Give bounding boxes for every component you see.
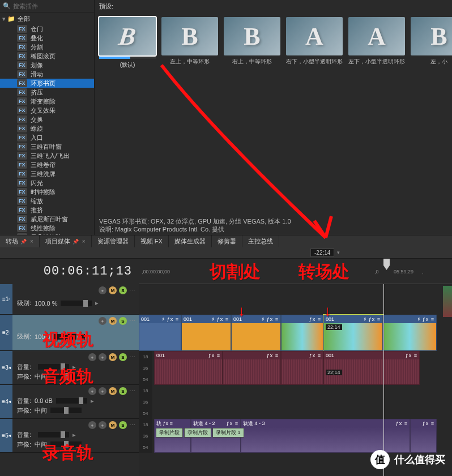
preset-item[interactable]: A右下，小型半透明环形 [286, 17, 343, 76]
track-header[interactable]: ≡5◂●●MS⋯音量:▸声像:中间 [0, 419, 139, 453]
audio-clip[interactable]: ƒx ≡ [281, 351, 323, 385]
tree-item[interactable]: FX环形书页 [0, 79, 94, 88]
video-clip[interactable]: 001♯ ƒx ≡ [181, 315, 231, 351]
tree-item[interactable]: FX分割 [0, 42, 94, 52]
chevron-icon[interactable]: ▸ [88, 333, 92, 340]
time-ruler[interactable]: ,00:00:00;00,005:59;29, [139, 259, 452, 284]
clip-fx-icon[interactable]: ♯ ƒx ≡ [162, 316, 179, 322]
panel-tab[interactable]: 媒体生成器 [169, 235, 212, 247]
clip-fx-icon[interactable]: ♯ ƒx ≡ [417, 316, 434, 322]
marker-time[interactable]: -22;14 [310, 248, 334, 257]
tree-item[interactable]: FX三维卷帘 [0, 160, 94, 169]
close-icon[interactable]: × [30, 238, 33, 245]
audio-clip[interactable]: 001ƒx ≡ [154, 351, 223, 385]
level-slider[interactable] [61, 301, 92, 306]
tree-item[interactable]: FX挤压 [0, 88, 94, 97]
tree-item[interactable]: FX三维洗牌 [0, 169, 94, 178]
tree-item[interactable]: FX交叉效果 [0, 106, 94, 115]
panel-tab[interactable]: 项目媒体📌× [40, 235, 92, 247]
video-clip[interactable]: ♯ ƒx ≡ [383, 315, 437, 351]
panel-tab[interactable]: 修剪器 [212, 235, 242, 247]
clip-fx-icon[interactable]: ♯ ƒx ≡ [364, 316, 381, 322]
search-input[interactable] [13, 3, 91, 10]
tree-root-item[interactable]: ▾ 📁 全部 [0, 14, 94, 24]
pan-slider[interactable] [50, 441, 82, 447]
clip-fx-icon[interactable]: ♯ ƒx ≡ [212, 316, 229, 322]
chevron-icon[interactable]: ▸ [91, 397, 94, 405]
clip-fx-icon[interactable]: ƒx ≡ [309, 353, 321, 358]
panel-tab[interactable]: 主控总线 [242, 235, 279, 247]
panel-tab[interactable]: 转场📌× [0, 235, 40, 247]
track-number-tab[interactable]: ≡2▫ [0, 315, 12, 350]
track-ctrl-icon[interactable]: ● [99, 387, 106, 395]
preset-item[interactable]: B(默认) [99, 17, 156, 76]
track-number-tab[interactable]: ≡3◂ [0, 351, 12, 384]
chevron-icon[interactable]: ▸ [73, 363, 76, 371]
track-number-tab[interactable]: ≡5◂ [0, 419, 12, 452]
track-content[interactable]: 001♯ ƒx ≡001♯ ƒx ≡001♯ ƒx ≡ƒx ≡001♯ ƒx ≡… [139, 284, 452, 476]
tree-item[interactable]: FX闪光 [0, 178, 94, 187]
clip-fx-icon[interactable]: ƒx ≡ [396, 421, 408, 426]
track-ctrl-icon[interactable]: ● [99, 353, 106, 361]
panel-tab[interactable]: 视频 FX [135, 235, 169, 247]
clip-fx-icon[interactable]: ƒx ≡ [406, 353, 417, 358]
chevron-icon[interactable]: ▸ [73, 431, 76, 439]
track-ctrl-icon[interactable]: ● [88, 421, 96, 429]
pan-slider[interactable] [50, 408, 82, 413]
tree-item[interactable]: FX三维飞入/飞出 [0, 151, 94, 160]
playhead[interactable] [383, 259, 390, 270]
rec-chip[interactable]: 录制片段 1 [212, 428, 244, 438]
audio-clip[interactable]: ƒx ≡ [410, 419, 437, 453]
video-clip[interactable]: 001♯ ƒx ≡ [231, 315, 281, 351]
more-icon[interactable]: ⋯ [129, 318, 135, 325]
tree-item[interactable]: FX线性擦除 [0, 224, 94, 233]
timecode-display[interactable]: 00:06:11;13 [0, 259, 139, 284]
tree-item[interactable]: FX入口 [0, 133, 94, 142]
panel-tab[interactable]: 资源管理器 [92, 235, 135, 247]
tree-item[interactable]: FX威尼斯百叶窗 [0, 215, 94, 224]
track-ctrl-icon[interactable]: ● [88, 353, 96, 361]
video-clip[interactable]: 001♯ ƒx ≡ [139, 315, 181, 351]
audio-clip[interactable]: 001ƒx ≡22;14 [323, 351, 420, 385]
mute-button[interactable]: M [109, 286, 117, 294]
level-slider[interactable] [54, 334, 85, 340]
tree-item[interactable]: FX划像 [0, 61, 94, 70]
pan-slider[interactable] [50, 374, 82, 379]
track-ctrl-icon[interactable]: ● [99, 421, 106, 429]
track-number-tab[interactable]: ≡1▫ [0, 284, 12, 314]
track-ctrl-icon[interactable]: ● [88, 387, 96, 395]
audio-clip[interactable]: ƒx ≡ [223, 351, 281, 385]
level-slider[interactable] [38, 432, 69, 438]
track-header[interactable]: ≡1▫●MS⋯级别:100.0 %▸ [0, 284, 139, 315]
close-icon[interactable]: × [82, 238, 86, 245]
tree-item[interactable]: FX交换 [0, 115, 94, 124]
video-clip[interactable]: 001♯ ƒx ≡22;14 [323, 315, 383, 351]
preset-item[interactable]: A左下，小型半透明环形 [348, 17, 405, 76]
track-number-tab[interactable]: ≡4◂ [0, 385, 12, 418]
solo-button[interactable]: S [119, 286, 127, 294]
clip-fx-icon[interactable]: ƒx ≡ [208, 353, 220, 358]
tree-item[interactable]: FX推挤 [0, 205, 94, 215]
audio-clip[interactable]: 轨道 4 - 3ƒx ≡ [241, 419, 410, 453]
tree-item[interactable]: FX叠化 [0, 33, 94, 42]
clip-fx-icon[interactable]: ƒx ≡ [423, 421, 434, 426]
more-icon[interactable]: ⋯ [129, 354, 135, 361]
clip-fx-icon[interactable]: ƒx ≡ [267, 353, 279, 358]
more-icon[interactable]: ⋯ [129, 287, 135, 294]
tree-item[interactable]: FX时钟擦除 [0, 187, 94, 196]
solo-button[interactable]: S [119, 317, 127, 325]
preset-item[interactable]: B左，小 [411, 17, 452, 76]
track-ctrl-icon[interactable]: ● [99, 317, 106, 325]
tree-item[interactable]: FX螺旋 [0, 124, 94, 133]
mute-button[interactable]: M [109, 421, 117, 429]
track-ctrl-icon[interactable]: ● [99, 286, 106, 294]
tree-item[interactable]: FX早凸性擦除 [0, 233, 94, 235]
mute-button[interactable]: M [109, 353, 117, 361]
tree-item[interactable]: FX椭圆滚页 [0, 52, 94, 61]
tree-item[interactable]: FX仓门 [0, 24, 94, 33]
mute-button[interactable]: M [109, 317, 117, 325]
rec-chip[interactable]: 录制片段 [184, 428, 211, 438]
level-slider[interactable] [56, 398, 87, 404]
chevron-icon[interactable]: ▸ [95, 299, 99, 307]
clip-fx-icon[interactable]: ♯ ƒx ≡ [262, 316, 279, 322]
